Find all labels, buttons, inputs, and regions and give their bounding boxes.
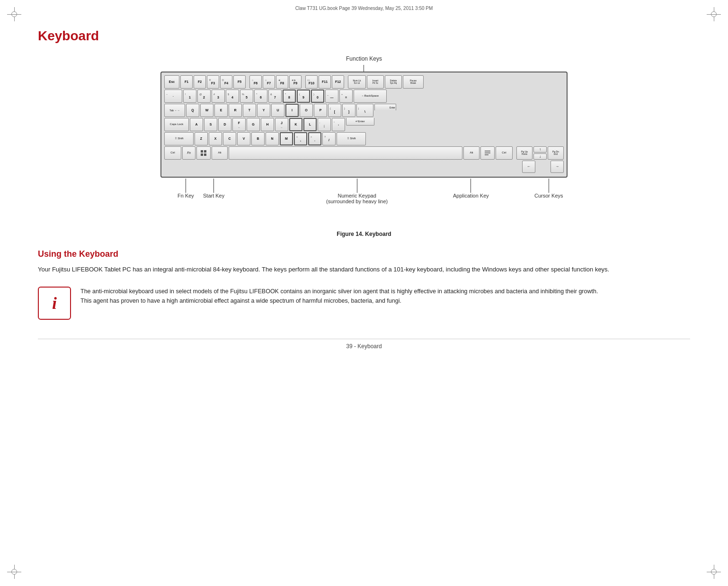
zxcv-row: ⇧ Shift Z X C V B N M <, >. ?/ ⇧ Shift bbox=[164, 132, 564, 145]
key-capslock: Caps Lock bbox=[164, 118, 189, 131]
key-f6: ☼F6 bbox=[249, 75, 262, 89]
function-keys-label: Function Keys bbox=[346, 55, 382, 62]
key-tilde: ~` bbox=[164, 90, 182, 103]
key-s: S bbox=[204, 118, 217, 131]
key-numlk: Num LkScr Lk bbox=[348, 75, 366, 89]
key-f12: F12 bbox=[332, 75, 344, 89]
key-left: ← bbox=[522, 161, 535, 173]
svg-rect-0 bbox=[201, 150, 203, 153]
number-row: ~` !1 @2 #3 $4 %5 ^6 &7 *8 (9 )0 _— += ←… bbox=[164, 90, 564, 103]
key-j: J_ bbox=[275, 118, 288, 131]
key-equals: += bbox=[339, 90, 353, 103]
key-f4: DF4 bbox=[220, 75, 232, 89]
key-f1: F1 bbox=[180, 75, 193, 89]
key-x: X bbox=[209, 132, 222, 145]
key-quote: "' bbox=[332, 118, 345, 131]
key-2: @2 bbox=[197, 90, 211, 103]
key-left-shift: ⇧ Shift bbox=[164, 132, 194, 145]
info-text-content: The anti-microbial keyboard used in sele… bbox=[80, 287, 606, 306]
function-key-row: Esc F1 F2 ✳F3 DF4 F5 ☼F6 ☼F7 ◄F8 ◄►F9 ▭F… bbox=[164, 75, 564, 89]
key-4: $4 bbox=[226, 90, 239, 103]
key-l: L bbox=[303, 118, 317, 131]
bottom-row: Ctrl Fn Alt Alt bbox=[164, 146, 564, 160]
key-f7: ☼F7 bbox=[263, 75, 275, 89]
fn-key-label: Fn Key bbox=[178, 179, 194, 198]
key-b: B bbox=[251, 132, 265, 145]
key-u: U bbox=[271, 104, 284, 117]
key-app bbox=[480, 146, 495, 160]
key-3: #3 bbox=[212, 90, 225, 103]
key-insert: InsertPrt Sc bbox=[367, 75, 384, 89]
key-down: ↓ bbox=[533, 153, 547, 160]
info-box: i The anti-microbial keyboard used in se… bbox=[38, 287, 606, 320]
key-pgup: Pg UpHome bbox=[516, 146, 533, 160]
key-up: ↑ bbox=[533, 146, 547, 153]
keyboard-diagram-section: Function Keys Esc F1 F2 ✳F3 DF4 F5 ☼F6 ☼… bbox=[38, 55, 690, 221]
qwerty-row: Tab ←→ Q W E R T Y U I O P {[ }] |\ Ente… bbox=[164, 104, 564, 117]
svg-rect-2 bbox=[201, 153, 203, 156]
key-q: Q bbox=[186, 104, 199, 117]
key-enter-bottom: ↵Enter bbox=[346, 118, 374, 126]
key-n: N bbox=[266, 132, 279, 145]
start-key-label: Start Key bbox=[203, 179, 224, 198]
svg-rect-3 bbox=[204, 153, 206, 156]
key-rbracket: }] bbox=[342, 104, 355, 117]
key-t: T bbox=[243, 104, 256, 117]
cursor-keys-label: Cursor Keys bbox=[534, 179, 563, 198]
key-o: O bbox=[300, 104, 313, 117]
key-esc: Esc bbox=[164, 75, 179, 89]
key-left-alt: Alt bbox=[212, 146, 228, 160]
key-d: D bbox=[218, 118, 231, 131]
function-keys-arrow bbox=[364, 65, 364, 72]
key-comma: <, bbox=[294, 132, 307, 145]
key-c: C bbox=[223, 132, 236, 145]
key-f10: ▭F10 bbox=[305, 75, 318, 89]
application-key-label: Application Key bbox=[453, 179, 489, 198]
key-left-ctrl: Ctrl bbox=[164, 146, 181, 160]
key-semicolon: :; bbox=[318, 118, 331, 131]
key-period: >. bbox=[308, 132, 321, 145]
key-f2: F2 bbox=[194, 75, 206, 89]
key-lbracket: {[ bbox=[328, 104, 341, 117]
key-right-ctrl: Ctrl bbox=[496, 146, 513, 160]
corner-crosshair-bl bbox=[7, 565, 21, 579]
key-7: &7 bbox=[268, 90, 282, 103]
key-g: G bbox=[247, 118, 260, 131]
key-a: A bbox=[190, 118, 203, 131]
page-number: 39 - Keyboard bbox=[38, 339, 690, 350]
key-tab: Tab ←→ bbox=[164, 104, 185, 117]
key-i: I bbox=[285, 104, 299, 117]
key-backspace: ←BackSpace bbox=[354, 90, 387, 103]
keyboard-diagram: Esc F1 F2 ✳F3 DF4 F5 ☼F6 ☼F7 ◄F8 ◄►F9 ▭F… bbox=[160, 72, 568, 178]
key-y: Y bbox=[257, 104, 270, 117]
key-pause: PauseBreak bbox=[403, 75, 424, 89]
key-backslash: |\ bbox=[356, 104, 373, 117]
svg-rect-4 bbox=[485, 151, 490, 152]
key-w: W bbox=[200, 104, 213, 117]
key-8: *8 bbox=[283, 90, 296, 103]
key-f11: F11 bbox=[319, 75, 331, 89]
page-title: Keyboard bbox=[38, 28, 690, 44]
key-pgdn: Pg DnEnd bbox=[548, 146, 564, 160]
key-f5: F5 bbox=[233, 75, 246, 89]
figure-caption: Figure 14. Keyboard bbox=[38, 231, 690, 237]
key-f: F_ bbox=[232, 118, 246, 131]
corner-crosshair-br bbox=[707, 565, 721, 579]
key-right: → bbox=[550, 161, 564, 173]
function-keys-label-group: Function Keys bbox=[346, 55, 382, 72]
key-6: ^6 bbox=[254, 90, 267, 103]
key-slash: ?/ bbox=[322, 132, 336, 145]
key-v: V bbox=[237, 132, 250, 145]
key-f8: ◄F8 bbox=[276, 75, 288, 89]
key-f9: ◄►F9 bbox=[289, 75, 302, 89]
key-p: P bbox=[314, 104, 327, 117]
svg-rect-6 bbox=[485, 154, 488, 155]
key-win bbox=[196, 146, 211, 160]
info-icon: i bbox=[38, 287, 71, 320]
key-fn: Fn bbox=[182, 146, 195, 160]
key-f3: ✳F3 bbox=[207, 75, 219, 89]
numeric-keypad-label: Numeric Keypad(surrounded by heavy line) bbox=[326, 179, 388, 204]
section-heading: Using the Keyboard bbox=[38, 249, 690, 259]
key-right-alt: Alt bbox=[463, 146, 479, 160]
key-5: %5 bbox=[240, 90, 253, 103]
